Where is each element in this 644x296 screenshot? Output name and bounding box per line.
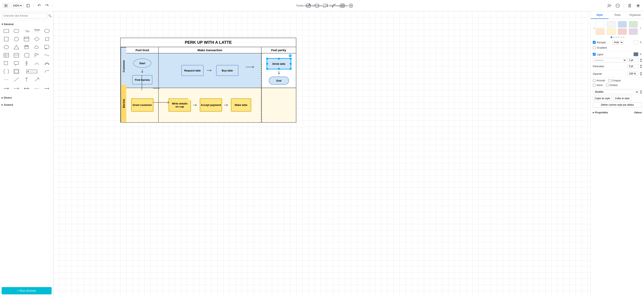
swatch-orange[interactable]	[596, 28, 604, 35]
shape-person[interactable]	[22, 60, 31, 67]
end-node[interactable]: End	[269, 76, 289, 85]
croquis-checkbox[interactable]	[608, 79, 611, 82]
swatch-blue[interactable]	[618, 21, 627, 28]
fill-color-swatch[interactable]	[634, 40, 638, 44]
line-style-select[interactable]: ─────	[593, 58, 626, 62]
line-connector[interactable]	[32, 85, 42, 92]
shape-wave[interactable]	[42, 52, 52, 59]
swatch-yellow[interactable]	[607, 28, 616, 35]
line-dashed-arrow[interactable]	[12, 85, 21, 92]
line-solid[interactable]	[2, 85, 11, 92]
swatch-red[interactable]	[618, 28, 627, 35]
shape-dotted-line[interactable]	[2, 76, 11, 83]
line-blocker[interactable]	[42, 85, 52, 92]
fill-checkbox[interactable]	[593, 41, 596, 44]
shape-triangle[interactable]	[12, 44, 21, 51]
modifier-select[interactable]: Modifier	[593, 90, 639, 94]
line-edit-icon[interactable]: ✎	[640, 53, 642, 56]
swatch-green[interactable]	[629, 21, 638, 28]
write-details-node[interactable]: Write details on cup	[168, 98, 191, 112]
perimeter-input[interactable]	[628, 64, 639, 68]
shape-hexagon[interactable]	[2, 44, 11, 51]
shape-rounded-rectangle[interactable]	[12, 27, 21, 34]
verre-checkbox[interactable]	[593, 84, 596, 87]
sidebar-toggle-btn[interactable]	[2, 3, 9, 8]
search-btn[interactable]: 🔍	[48, 14, 52, 18]
buy-latte-node[interactable]: Buy latte	[216, 65, 238, 76]
set-default-btn[interactable]: Définir comme style par défaut	[593, 102, 642, 108]
shape-frame[interactable]	[12, 68, 21, 75]
theme-btn[interactable]	[635, 3, 642, 9]
shape-text[interactable]: Text	[22, 27, 31, 34]
tab-style[interactable]: Style	[591, 11, 608, 19]
add-tool-btn[interactable]	[348, 3, 354, 9]
tab-texte[interactable]: Texte	[608, 11, 626, 19]
general-section-title[interactable]: ▾ Général	[2, 22, 52, 26]
shape-diamond[interactable]	[32, 36, 42, 43]
accept-payment-node[interactable]: Accept payment	[200, 98, 222, 112]
perimeter-down[interactable]: ▼	[640, 66, 642, 68]
color-carousel-prev[interactable]: ‹	[593, 26, 596, 30]
copy-style-btn[interactable]: Copie du style	[593, 96, 612, 101]
drink-latte-node[interactable]: Drink latte	[267, 58, 291, 69]
shape-list[interactable]	[12, 52, 21, 59]
shape-square[interactable]	[2, 36, 11, 43]
shape-list-item[interactable]	[22, 68, 41, 75]
shape-circle[interactable]	[12, 36, 21, 43]
modifier-down[interactable]: ▼	[640, 92, 642, 94]
settings-btn[interactable]	[626, 3, 633, 9]
shape-arc[interactable]	[32, 60, 42, 67]
swatch-gray[interactable]	[607, 21, 616, 28]
line-color-swatch[interactable]	[634, 52, 638, 56]
shape-partial-ring[interactable]	[42, 60, 52, 67]
gradient-checkbox[interactable]	[593, 46, 596, 49]
line-double-arrow[interactable]	[22, 85, 31, 92]
undo-btn[interactable]	[36, 3, 42, 8]
make-latte-node[interactable]: Make latte	[231, 98, 251, 112]
swatch-purple[interactable]	[629, 28, 638, 35]
shape-flag[interactable]	[32, 52, 42, 59]
arrondi-checkbox[interactable]	[593, 79, 596, 82]
modifier-up[interactable]: ▲	[640, 90, 642, 92]
swatch-white[interactable]	[596, 21, 604, 28]
shape-callout[interactable]	[42, 44, 52, 51]
zoom-selector[interactable]: 100% ▾	[11, 3, 24, 8]
opacity-input[interactable]	[628, 72, 639, 76]
shape-curve[interactable]	[42, 68, 52, 75]
shape-diagonal-line[interactable]	[12, 76, 21, 83]
line-weight-down[interactable]: ▼	[640, 60, 642, 62]
color-carousel-next[interactable]: ›	[639, 26, 642, 30]
greet-customer-node[interactable]: Greet customer	[131, 98, 154, 112]
divers-section-title[interactable]: ▸ Divers	[2, 95, 52, 100]
perimeter-up[interactable]: ▲	[640, 64, 642, 66]
add-icons-btn[interactable]: + Plus d'icones	[2, 287, 52, 294]
redo-btn[interactable]	[44, 3, 50, 8]
canvas[interactable]: PERK UP WITH A LATTE Customer Barista Fe…	[54, 11, 590, 296]
tab-organiser[interactable]: Organiser	[626, 11, 644, 19]
shape-container[interactable]	[22, 36, 31, 43]
shape-document[interactable]	[2, 60, 11, 67]
shape-parallelogram[interactable]	[42, 36, 52, 43]
shape-cloud[interactable]	[32, 44, 42, 51]
add-user-btn[interactable]	[606, 3, 613, 9]
more-options-btn[interactable]	[614, 3, 621, 9]
find-barista-node[interactable]: Find barista	[132, 75, 152, 84]
advanced-section-title[interactable]: ▸ Avancé	[2, 102, 52, 107]
line-weight-up[interactable]: ▲	[640, 58, 642, 60]
request-latte-node[interactable]: Request latte	[181, 65, 204, 76]
shape-process[interactable]	[22, 52, 31, 59]
search-input[interactable]	[2, 13, 47, 18]
opacity-up[interactable]: ▲	[640, 72, 642, 74]
start-node[interactable]: Start	[133, 58, 152, 68]
shape-arrow-up[interactable]	[22, 76, 31, 83]
fill-edit-icon[interactable]: ✎	[640, 41, 642, 44]
shape-rectangle[interactable]	[2, 27, 11, 34]
shape-callout2[interactable]	[12, 60, 21, 67]
paste-style-btn[interactable]: Coller le style	[613, 96, 631, 101]
shape-ellipse[interactable]	[42, 27, 52, 34]
line-weight-input[interactable]	[628, 58, 639, 62]
line-checkbox[interactable]	[593, 53, 596, 56]
fill-mode-select[interactable]: Auto	[612, 40, 623, 44]
ombre-checkbox[interactable]	[606, 84, 609, 87]
shape-heading[interactable]: Heading	[32, 27, 42, 34]
